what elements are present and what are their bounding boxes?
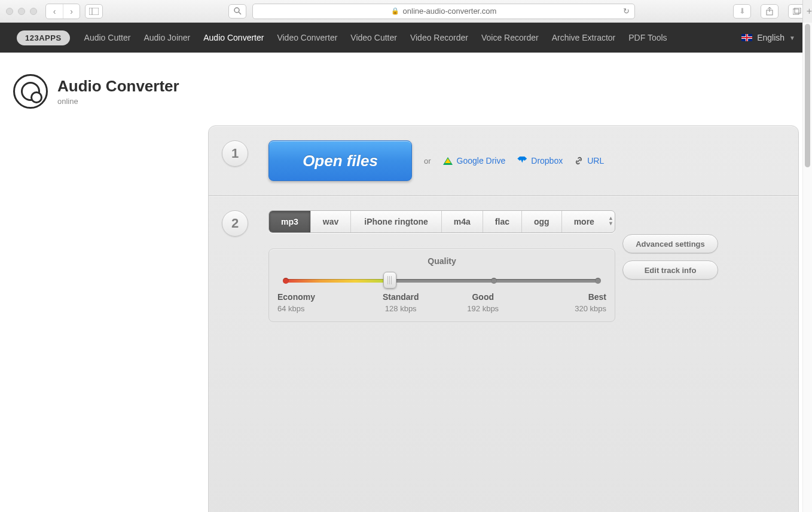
link-icon — [575, 157, 583, 165]
quality-title: Quality — [281, 256, 603, 266]
preset-name: Best — [524, 292, 607, 302]
quality-panel: Quality Economy64 kbpsStandard128 kbpsGo… — [268, 249, 615, 322]
quality-preset-good: Good192 kbps — [442, 292, 524, 313]
quality-slider[interactable] — [286, 277, 598, 285]
uk-flag-icon — [741, 34, 752, 41]
nav-link-audio-joiner[interactable]: Audio Joiner — [144, 33, 190, 42]
url-link[interactable]: URL — [575, 156, 604, 165]
edit-track-info-button[interactable]: Edit track info — [622, 260, 718, 280]
url-text: online-audio-converter.com — [403, 7, 497, 16]
url-label: URL — [587, 156, 604, 165]
address-bar[interactable]: 🔒 online-audio-converter.com ↻ — [252, 4, 635, 19]
format-wav[interactable]: wav — [311, 211, 351, 232]
format-m4a[interactable]: m4a — [442, 211, 483, 232]
format-segmented-control: mp3waviPhone ringtonem4aflacoggmore▲▼ — [268, 210, 615, 233]
preset-name: Economy — [277, 292, 360, 302]
preset-bitrate: 128 kbps — [360, 304, 442, 313]
zoom-window-icon[interactable] — [30, 8, 37, 15]
quality-preset-standard: Standard128 kbps — [360, 292, 442, 313]
sidebar-icon — [89, 8, 99, 15]
nav-link-pdf-tools[interactable]: PDF Tools — [628, 33, 667, 42]
preset-bitrate: 320 kbps — [524, 304, 607, 313]
format-iphone-ringtone[interactable]: iPhone ringtone — [351, 211, 442, 232]
chevron-down-icon: ▼ — [789, 35, 795, 41]
google-drive-link[interactable]: Google Drive — [443, 156, 506, 165]
scrollbar-thumb[interactable] — [805, 24, 810, 167]
slider-handle[interactable] — [383, 272, 396, 289]
open-files-button[interactable]: Open files — [268, 140, 412, 181]
page-header: Audio Converter online — [0, 53, 812, 125]
browser-chrome: ‹ › 🔒 online-audio-converter.com ↻ ⬇ + — [0, 0, 812, 23]
share-icon — [766, 7, 773, 16]
nav-link-video-recorder[interactable]: Video Recorder — [410, 33, 468, 42]
dropbox-label: Dropbox — [531, 156, 563, 165]
slider-tick-good[interactable] — [491, 278, 497, 284]
sidebar-toggle-button[interactable] — [85, 4, 103, 19]
language-selector[interactable]: English ▼ — [741, 33, 795, 42]
nav-link-video-converter[interactable]: Video Converter — [277, 33, 337, 42]
search-icon — [234, 7, 242, 15]
top-nav: 123APPS Audio CutterAudio JoinerAudio Co… — [0, 23, 812, 53]
lock-icon: 🔒 — [391, 7, 399, 15]
quality-preset-best: Best320 kbps — [524, 292, 607, 313]
minimize-window-icon[interactable] — [18, 8, 25, 15]
preset-bitrate: 192 kbps — [442, 304, 524, 313]
dropbox-link[interactable]: Dropbox — [517, 156, 563, 165]
new-tab-button[interactable]: + — [802, 0, 812, 23]
svg-point-2 — [234, 8, 239, 13]
format-ogg[interactable]: ogg — [522, 211, 562, 232]
page-subtitle: online — [57, 97, 179, 106]
slider-fill — [286, 279, 390, 283]
nav-link-audio-cutter[interactable]: Audio Cutter — [84, 33, 131, 42]
close-window-icon[interactable] — [6, 8, 13, 15]
dropbox-icon — [517, 157, 527, 165]
download-icon: ⬇ — [739, 7, 746, 16]
step-1: 1 Open files or Google Drive Dropbox URL — [209, 126, 798, 195]
step-number-1: 1 — [222, 140, 248, 167]
preset-name: Standard — [360, 292, 442, 302]
nav-link-voice-recorder[interactable]: Voice Recorder — [481, 33, 539, 42]
converter-card: 1 Open files or Google Drive Dropbox URL… — [208, 125, 799, 512]
svg-rect-0 — [89, 8, 99, 15]
scrollbar[interactable] — [802, 23, 812, 512]
quality-preset-economy: Economy64 kbps — [277, 292, 360, 313]
slider-tick-best[interactable] — [595, 278, 601, 284]
back-button[interactable]: ‹ — [46, 4, 63, 19]
svg-rect-7 — [795, 8, 801, 13]
nav-arrows: ‹ › — [45, 4, 80, 19]
audio-converter-logo-icon — [13, 74, 48, 109]
page-title: Audio Converter — [57, 77, 179, 96]
format-flac[interactable]: flac — [483, 211, 522, 232]
svg-rect-6 — [793, 9, 799, 14]
nav-link-audio-converter[interactable]: Audio Converter — [203, 33, 264, 42]
forward-button[interactable]: › — [63, 4, 80, 19]
or-label: or — [424, 157, 431, 165]
slider-tick-economy[interactable] — [283, 278, 289, 284]
step-2: 2 mp3waviPhone ringtonem4aflacoggmore▲▼ … — [209, 195, 798, 512]
search-button[interactable] — [228, 4, 246, 19]
preset-name: Good — [442, 292, 524, 302]
reload-button[interactable]: ↻ — [623, 7, 630, 16]
preset-bitrate: 64 kbps — [277, 304, 360, 313]
window-controls — [6, 8, 37, 15]
google-drive-label: Google Drive — [457, 156, 506, 165]
nav-link-archive-extractor[interactable]: Archive Extractor — [552, 33, 616, 42]
sort-arrows-icon: ▲▼ — [608, 216, 613, 226]
format-more[interactable]: more▲▼ — [562, 211, 615, 232]
google-drive-icon — [443, 157, 453, 165]
format-mp3[interactable]: mp3 — [269, 211, 311, 232]
language-label: English — [757, 33, 784, 42]
advanced-settings-button[interactable]: Advanced settings — [622, 234, 718, 253]
downloads-button[interactable]: ⬇ — [733, 4, 751, 19]
share-button[interactable] — [761, 4, 779, 19]
step-number-2: 2 — [222, 210, 248, 237]
brand-logo[interactable]: 123APPS — [17, 30, 70, 45]
svg-line-3 — [239, 12, 241, 14]
nav-link-video-cutter[interactable]: Video Cutter — [350, 33, 397, 42]
tabs-icon — [793, 8, 801, 15]
